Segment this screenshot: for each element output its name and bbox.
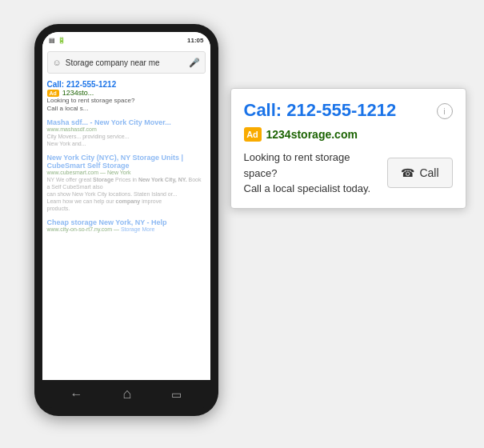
phone: ▤ 🔋 11:05 ☺ Storage company near me 🎤 Ca… <box>34 24 218 416</box>
status-time: 11:05 <box>187 37 203 44</box>
status-bar: ▤ 🔋 11:05 <box>42 32 210 48</box>
popup-call-number[interactable]: Call: 212-555-1212 <box>244 100 397 121</box>
android-bar: ← ⌂ ▭ <box>34 380 218 408</box>
sim-icon: ▤ <box>49 37 55 44</box>
result-item-3: Cheap storage New York, NY - Help www.ci… <box>47 218 206 232</box>
ad-badge-small: Ad <box>47 90 59 97</box>
mic-icon: 🎤 <box>189 58 200 68</box>
ad-badge: Ad <box>244 127 262 142</box>
result-title-2[interactable]: New York City (NYC), NY Storage Units | … <box>47 154 206 170</box>
info-icon[interactable]: i <box>437 103 453 119</box>
result-desc-2: NY We offer great Storage Prices in New … <box>47 176 206 212</box>
result-url-2: www.cubesmart.com — New York <box>47 170 206 175</box>
ad-domain-row-small: Ad 1234sto... <box>47 89 206 97</box>
home-button[interactable]: ⌂ <box>123 386 132 402</box>
search-query-text: Storage company near me <box>66 58 189 67</box>
results-area: Call: 212-555-1212 Ad 1234sto... Looking… <box>42 77 210 382</box>
result-item-1: Masha sdf... - New York City Mover... ww… <box>47 118 206 147</box>
phone-screen: ▤ 🔋 11:05 ☺ Storage company near me 🎤 Ca… <box>42 32 210 408</box>
search-bar[interactable]: ☺ Storage company near me 🎤 <box>47 51 206 74</box>
back-button[interactable]: ← <box>70 387 83 402</box>
popup-ad-row: Ad 1234storage.com <box>244 127 453 142</box>
status-icons-left: ▤ 🔋 <box>49 37 66 44</box>
popup-header: Call: 212-555-1212 i <box>244 100 453 121</box>
call-button[interactable]: ☎ Call <box>387 158 452 188</box>
search-person-icon: ☺ <box>53 58 62 67</box>
call-phone-icon: ☎ <box>401 166 414 179</box>
result-item-2: New York City (NYC), NY Storage Units | … <box>47 154 206 212</box>
popup-description: Looking to rent storage space? Call a lo… <box>244 150 378 197</box>
scene: ▤ 🔋 11:05 ☺ Storage company near me 🎤 Ca… <box>10 8 474 440</box>
result-title-1[interactable]: Masha sdf... - New York City Mover... <box>47 118 206 126</box>
ad-desc-small-1: Looking to rent storage space? <box>47 97 206 105</box>
ad-result-small: Call: 212-555-1212 Ad 1234sto... Looking… <box>47 80 206 114</box>
ad-domain-small: 1234sto... <box>62 89 94 97</box>
ad-desc-small-2: Call a local s... <box>47 105 206 113</box>
ad-call-link-small[interactable]: Call: 212-555-1212 <box>47 80 206 89</box>
result-title-3[interactable]: Cheap storage New York, NY - Help <box>47 218 206 226</box>
result-url-3: www.city-on-so-rt7.ny.com — Storage More <box>47 226 206 232</box>
popup-desc-line2: Call a local specialist today. <box>244 181 378 197</box>
call-button-label: Call <box>419 166 438 179</box>
result-desc-1: City Movers... providing service...New Y… <box>47 133 206 147</box>
popup-domain[interactable]: 1234storage.com <box>266 128 358 141</box>
battery-icon: 🔋 <box>58 37 66 44</box>
popup-desc-line1: Looking to rent storage space? <box>244 150 378 181</box>
recents-button[interactable]: ▭ <box>171 388 182 401</box>
popup-card: Call: 212-555-1212 i Ad 1234storage.com … <box>230 88 466 209</box>
result-url-1: www.mashasdf.com <box>47 126 206 132</box>
popup-body: Looking to rent storage space? Call a lo… <box>244 150 453 197</box>
